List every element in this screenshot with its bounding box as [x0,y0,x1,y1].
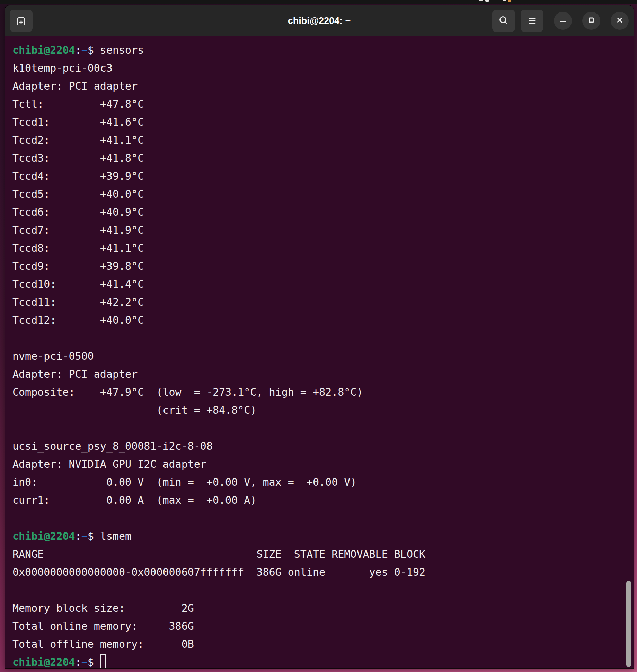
hamburger-menu-icon [526,15,538,27]
prompt-user-host: chibi@2204 [12,656,75,668]
terminal-body[interactable]: chibi@2204:~$ sensorsk10temp-pci-00c3Ada… [5,36,634,668]
terminal-line [12,509,625,527]
terminal-line: chibi@2204:~$ lsmem [12,527,625,545]
search-button[interactable] [492,10,515,32]
tray-icon-fragment [508,0,511,2]
terminal-text: Tccd11: +42.2°C [12,296,144,308]
terminal-text: Adapter: PCI adapter [12,80,138,92]
headerbar: chibi@2204: ~ [5,5,634,36]
terminal-line: Tccd6: +40.9°C [12,203,625,221]
terminal-line: Tccd9: +39.8°C [12,257,625,275]
terminal-line: Tccd4: +39.9°C [12,167,625,185]
terminal-text: : [75,530,81,542]
prompt-user-host: chibi@2204 [12,44,75,56]
terminal-line: Tccd12: +40.0°C [12,311,625,329]
tray-icon-fragment [485,0,489,2]
terminal-text: Tccd7: +41.9°C [12,224,144,236]
terminal-text: k10temp-pci-00c3 [12,62,113,74]
terminal-text: Tccd6: +40.9°C [12,206,144,218]
terminal-cursor [100,654,106,668]
terminal-text: Tccd5: +40.0°C [12,188,144,200]
terminal-text: RANGE SIZE STATE REMOVABLE BLOCK [12,548,425,560]
new-tab-icon [15,15,27,27]
terminal-line: curr1: 0.00 A (max = +0.00 A) [12,491,625,509]
terminal-text: : [75,656,81,668]
terminal-line: Composite: +47.9°C (low = -273.1°C, high… [12,383,625,401]
top-screen-strip [0,0,637,4]
terminal-text: $ lsmem [88,530,131,542]
close-button[interactable] [611,12,629,30]
terminal-line: chibi@2204:~$ [12,653,625,668]
prompt-path: ~ [81,530,88,542]
terminal-line: nvme-pci-0500 [12,347,625,365]
terminal-line [12,329,625,347]
terminal-text: Tccd3: +41.8°C [12,152,144,164]
terminal-line: Tccd5: +40.0°C [12,185,625,203]
terminal-line: Total offline memory: 0B [12,635,625,653]
menu-button[interactable] [521,10,543,32]
terminal-text: Composite: +47.9°C (low = -273.1°C, high… [12,386,363,398]
terminal-line [12,581,625,599]
terminal-line: RANGE SIZE STATE REMOVABLE BLOCK [12,545,625,563]
search-icon [498,15,510,27]
terminal-text: $ [88,656,100,668]
terminal-text: : [75,44,81,56]
terminal-line: 0x0000000000000000-0x000000607fffffff 38… [12,563,625,581]
terminal-line: Tccd2: +41.1°C [12,131,625,149]
terminal-text: (crit = +84.8°C) [12,404,256,416]
terminal-line: Adapter: PCI adapter [12,365,625,383]
terminal-text: Tccd10: +41.4°C [12,278,144,290]
tray-icon-fragment [479,0,483,1]
terminal-line: Tctl: +47.8°C [12,95,625,113]
close-icon [615,16,624,26]
terminal-text: Tccd1: +41.6°C [12,116,144,128]
terminal-text: Total offline memory: 0B [12,638,194,650]
terminal-text: $ sensors [88,44,144,56]
terminal-line [12,419,625,437]
terminal-text: Tccd8: +41.1°C [12,242,144,254]
maximize-button[interactable] [582,12,600,30]
scrollbar-thumb[interactable] [626,581,631,667]
terminal-line: Tccd7: +41.9°C [12,221,625,239]
terminal-text: Adapter: NVIDIA GPU I2C adapter [12,458,206,470]
terminal-text: Tccd9: +39.8°C [12,260,144,272]
terminal-line: Tccd3: +41.8°C [12,149,625,167]
new-tab-button[interactable] [10,10,33,32]
prompt-path: ~ [81,656,88,668]
minimize-button[interactable] [554,12,572,30]
terminal-text: Memory block size: 2G [12,602,194,614]
window-title: chibi@2204: ~ [288,15,351,26]
terminal-line: in0: 0.00 V (min = +0.00 V, max = +0.00 … [12,473,625,491]
terminal-text: Tccd4: +39.9°C [12,170,144,182]
terminal-line: ucsi_source_psy_8_00081-i2c-8-08 [12,437,625,455]
terminal-text: Tccd2: +41.1°C [12,134,144,146]
tray-icon-fragment [503,0,506,1]
terminal-line: Tccd11: +42.2°C [12,293,625,311]
terminal-text: curr1: 0.00 A (max = +0.00 A) [12,494,256,506]
terminal-line: (crit = +84.8°C) [12,401,625,419]
terminal-text: Tctl: +47.8°C [12,98,144,110]
terminal-line: Tccd1: +41.6°C [12,113,625,131]
terminal-text: Adapter: PCI adapter [12,368,138,380]
terminal-text: 0x0000000000000000-0x000000607fffffff 38… [12,566,425,578]
terminal-line: Memory block size: 2G [12,599,625,617]
prompt-path: ~ [81,44,88,56]
terminal-line: chibi@2204:~$ sensors [12,41,625,59]
desktop: { "screen": { "top_bar_fragment_icons": … [0,0,637,672]
terminal-text: nvme-pci-0500 [12,350,94,362]
terminal-text: ucsi_source_psy_8_00081-i2c-8-08 [12,440,213,452]
terminal-line: k10temp-pci-00c3 [12,59,625,77]
headerbar-controls [492,10,629,32]
terminal-line: Adapter: NVIDIA GPU I2C adapter [12,455,625,473]
maximize-icon [587,16,596,26]
terminal-line: Total online memory: 386G [12,617,625,635]
terminal-line: Tccd8: +41.1°C [12,239,625,257]
terminal-text: Total online memory: 386G [12,620,194,632]
terminal-line: Adapter: PCI adapter [12,77,625,95]
terminal-line: Tccd10: +41.4°C [12,275,625,293]
prompt-user-host: chibi@2204 [12,530,75,542]
terminal-text: Tccd12: +40.0°C [12,314,144,326]
terminal-text: in0: 0.00 V (min = +0.00 V, max = +0.00 … [12,476,356,488]
minimize-icon [558,16,567,26]
terminal-window: chibi@2204: ~ [5,5,634,668]
